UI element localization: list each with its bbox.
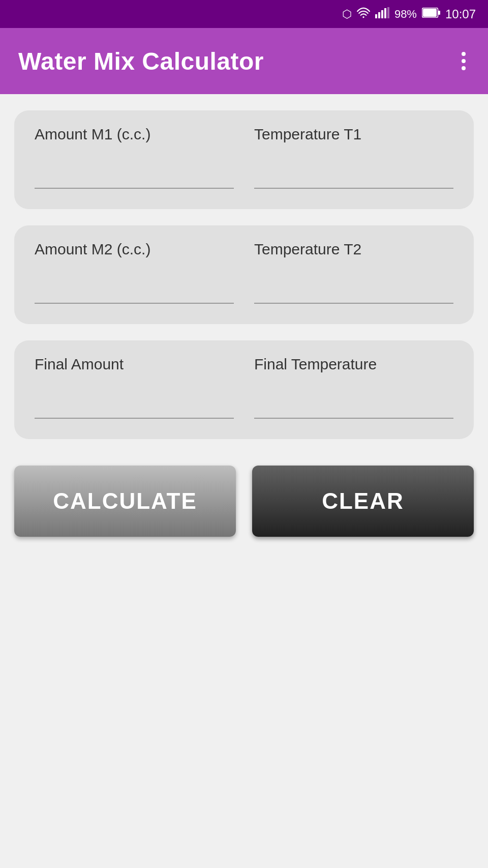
final-amount-input[interactable]: [35, 393, 234, 419]
temperature-t1-input[interactable]: [254, 163, 453, 189]
app-bar: Water Mix Calculator: [0, 28, 488, 94]
more-dot-1: [462, 52, 466, 56]
more-dot-3: [462, 66, 466, 70]
final-amount-group: Final Amount: [35, 356, 234, 419]
amount-m1-label: Amount M1 (c.c.): [35, 126, 234, 143]
amount-m1-input[interactable]: [35, 163, 234, 189]
buttons-area: CALCULATE CLEAR: [14, 455, 474, 567]
svg-point-0: [362, 16, 364, 18]
more-menu-button[interactable]: [458, 48, 470, 74]
temperature-t2-group: Temperature T2: [254, 241, 453, 304]
card-m1: Amount M1 (c.c.) Temperature T1: [14, 110, 474, 209]
rotate-icon: ⬡: [342, 8, 352, 21]
final-amount-label: Final Amount: [35, 356, 234, 373]
card-m1-row: Amount M1 (c.c.) Temperature T1: [35, 126, 453, 189]
amount-m2-label: Amount M2 (c.c.): [35, 241, 234, 258]
svg-rect-4: [384, 8, 386, 18]
signal-icon: [375, 7, 389, 21]
svg-rect-1: [375, 14, 377, 18]
clear-button[interactable]: CLEAR: [252, 466, 474, 537]
battery-percentage: 98%: [394, 8, 417, 21]
card-final: Final Amount Final Temperature: [14, 340, 474, 439]
card-final-row: Final Amount Final Temperature: [35, 356, 453, 419]
calculate-button[interactable]: CALCULATE: [14, 466, 236, 537]
card-m2: Amount M2 (c.c.) Temperature T2: [14, 225, 474, 324]
wifi-icon: [357, 7, 370, 21]
amount-m1-group: Amount M1 (c.c.): [35, 126, 234, 189]
final-temperature-label: Final Temperature: [254, 356, 453, 373]
svg-rect-3: [381, 10, 383, 18]
battery-icon: [422, 8, 440, 21]
temperature-t1-group: Temperature T1: [254, 126, 453, 189]
time-display: 10:07: [445, 7, 476, 21]
more-dot-2: [462, 59, 466, 63]
temperature-t2-input[interactable]: [254, 278, 453, 304]
main-content: Amount M1 (c.c.) Temperature T1 Amount M…: [0, 94, 488, 868]
svg-rect-2: [378, 12, 380, 18]
svg-rect-8: [423, 9, 437, 17]
card-m2-row: Amount M2 (c.c.) Temperature T2: [35, 241, 453, 304]
status-bar: ⬡ 98%: [0, 0, 488, 28]
temperature-t2-label: Temperature T2: [254, 241, 453, 258]
amount-m2-group: Amount M2 (c.c.): [35, 241, 234, 304]
amount-m2-input[interactable]: [35, 278, 234, 304]
svg-rect-7: [438, 11, 440, 15]
final-temperature-input[interactable]: [254, 393, 453, 419]
status-icons: ⬡ 98%: [342, 7, 476, 21]
final-temperature-group: Final Temperature: [254, 356, 453, 419]
app-title: Water Mix Calculator: [18, 47, 264, 75]
svg-rect-5: [387, 7, 389, 18]
temperature-t1-label: Temperature T1: [254, 126, 453, 143]
